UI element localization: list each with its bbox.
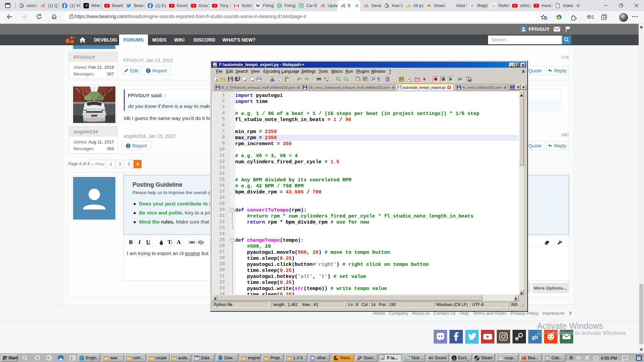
svg-text:W: W bbox=[256, 3, 260, 8]
svg-text:a: a bbox=[324, 77, 326, 80]
svg-text:{}: {} bbox=[409, 79, 412, 82]
svg-text:fs: fs bbox=[300, 4, 303, 7]
svg-text:¶: ¶ bbox=[377, 77, 380, 82]
svg-text:b: b bbox=[327, 79, 328, 82]
